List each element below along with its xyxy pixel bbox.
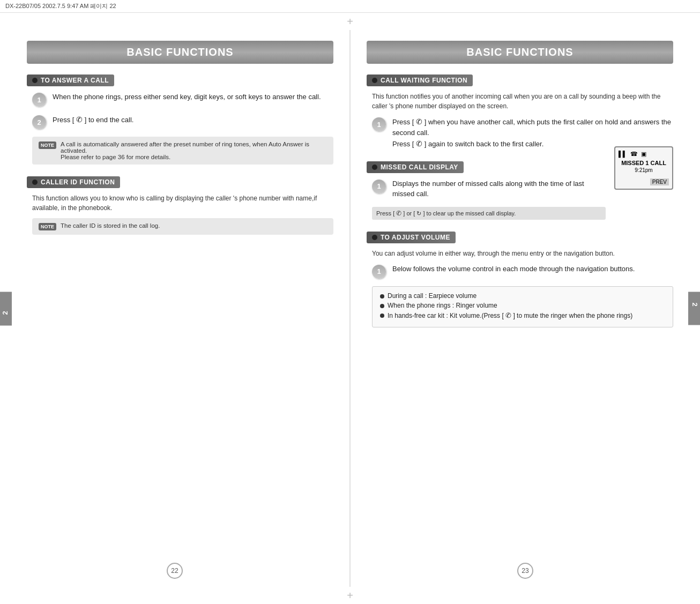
step1-text: When the phone rings, press either send … — [53, 92, 333, 102]
volume-text-1: During a call : Earpiece volume — [388, 292, 476, 300]
caller-id-note-text: The caller ID is stored in the call log. — [61, 222, 160, 229]
ch-tab-left: CH2 — [0, 292, 12, 325]
missed-call-left: 1 Displays the number of missed calls al… — [372, 178, 606, 220]
step1-waiting: 1 Press [ ✆ ] when you have another call… — [372, 116, 673, 150]
volume-step1-text: Below follows the volume control in each… — [392, 264, 673, 274]
title-dot4 — [372, 165, 377, 170]
answer-note-box: NOTE A call is automatically answered af… — [32, 137, 333, 165]
ch-tab-right: CH2 — [688, 292, 700, 325]
missed-call-screen-text: MISSED 1 CALL — [619, 160, 669, 166]
waiting-step1-text: Press [ ✆ ] when you have another call, … — [392, 116, 673, 150]
top-bar-text: DX-22B07/05 2002.7.5 9:47 AM 페이지 22 — [5, 3, 116, 9]
call-waiting-desc: This function notifies you of another in… — [372, 92, 673, 111]
volume-step1-circle: 1 — [372, 265, 386, 279]
step1-circle: 1 — [32, 93, 46, 107]
volume-text-2: When the phone rings : Ringer volume — [388, 302, 497, 309]
main-content: CH2 BASIC FUNCTIONS TO ANSWER A CALL 1 W… — [0, 30, 700, 587]
volume-dot-3 — [380, 314, 384, 318]
title-dot3 — [372, 78, 377, 83]
answer-call-title: TO ANSWER A CALL — [27, 74, 114, 86]
section-caller-id: CALLER ID FUNCTION This function allows … — [27, 176, 333, 235]
title-dot5 — [372, 235, 377, 240]
missed-step1-text: Displays the number of missed calls alon… — [392, 178, 606, 199]
step2-answer: 2 Press [ ✆ ] to end the call. — [32, 114, 333, 129]
caller-id-desc: This function allows you to know who is … — [32, 193, 333, 213]
section-call-waiting: CALL WAITING FUNCTION This function noti… — [367, 74, 673, 150]
caller-id-title: CALLER ID FUNCTION — [27, 176, 120, 188]
volume-dot-1 — [380, 294, 384, 299]
volume-box: During a call : Earpiece volume When the… — [372, 286, 673, 327]
crosshair-bottom-icon — [345, 590, 355, 601]
section-missed-call: MISSED CALL DISPLAY 1 Displays the numbe… — [367, 161, 673, 220]
page-left: CH2 BASIC FUNCTIONS TO ANSWER A CALL 1 W… — [0, 30, 351, 587]
right-page-num: 23 — [517, 563, 533, 579]
adjust-volume-title: TO ADJUST VOLUME — [367, 232, 456, 243]
section-adjust-volume: TO ADJUST VOLUME You can adjust volume i… — [367, 232, 673, 327]
missed-press-note: Press [ ✆ ] or [ ↻ ] to clear up the mis… — [372, 207, 606, 220]
section-answer-call: TO ANSWER A CALL 1 When the phone rings,… — [27, 74, 333, 165]
volume-item-2: When the phone rings : Ringer volume — [380, 302, 665, 309]
title-dot — [32, 78, 38, 83]
step2-text: Press [ ✆ ] to end the call. — [53, 114, 333, 125]
volume-dot-2 — [380, 304, 384, 308]
answer-note-text: A call is automatically answered after t… — [61, 141, 327, 160]
top-bar: DX-22B07/05 2002.7.5 9:47 AM 페이지 22 — [0, 0, 700, 13]
caller-id-note-badge: NOTE — [39, 223, 56, 230]
prev-label-area: PREV — [619, 176, 669, 185]
adjust-volume-desc: You can adjust volume in either way, thr… — [372, 249, 673, 258]
caller-id-note: NOTE The caller ID is stored in the call… — [32, 218, 333, 235]
left-page-num: 22 — [167, 563, 183, 579]
left-page-header: BASIC FUNCTIONS — [27, 41, 333, 64]
crosshair-top-area — [0, 13, 700, 30]
missed-call-area: 1 Displays the number of missed calls al… — [372, 178, 673, 220]
title-dot2 — [32, 180, 38, 185]
crosshair-bottom-area — [0, 587, 700, 604]
step1-answer: 1 When the phone rings, press either sen… — [32, 92, 333, 107]
crosshair-top-icon — [345, 16, 355, 27]
call-waiting-title: CALL WAITING FUNCTION — [367, 74, 473, 86]
volume-step1: 1 Below follows the volume control in ea… — [372, 264, 673, 279]
phone-screen-icons: ▌▌ ☎ ▣ — [619, 151, 669, 158]
prev-label: PREV — [650, 178, 669, 185]
missed-step1: 1 Displays the number of missed calls al… — [372, 178, 606, 199]
missed-step1-circle: 1 — [372, 180, 386, 193]
right-page-header: BASIC FUNCTIONS — [367, 41, 673, 64]
signal-icon: ▌▌ — [619, 151, 627, 158]
page-right: CH2 BASIC FUNCTIONS CALL WAITING FUNCTIO… — [351, 30, 700, 587]
waiting-step1-circle: 1 — [372, 117, 386, 131]
battery-icon: ▣ — [641, 151, 646, 158]
step2-circle: 2 — [32, 115, 46, 129]
missed-call-title: MISSED CALL DISPLAY — [367, 161, 464, 173]
note-badge: NOTE — [39, 141, 56, 149]
missed-call-screen-sub: 9:21pm — [619, 167, 669, 173]
volume-text-3: In hands-free car kit : Kit volume.(Pres… — [388, 311, 632, 319]
phone-screen: ▌▌ ☎ ▣ MISSED 1 CALL 9:21pm PREV — [614, 146, 673, 190]
volume-item-3: In hands-free car kit : Kit volume.(Pres… — [380, 311, 665, 319]
call-icon: ☎ — [630, 151, 638, 158]
volume-item-1: During a call : Earpiece volume — [380, 292, 665, 300]
